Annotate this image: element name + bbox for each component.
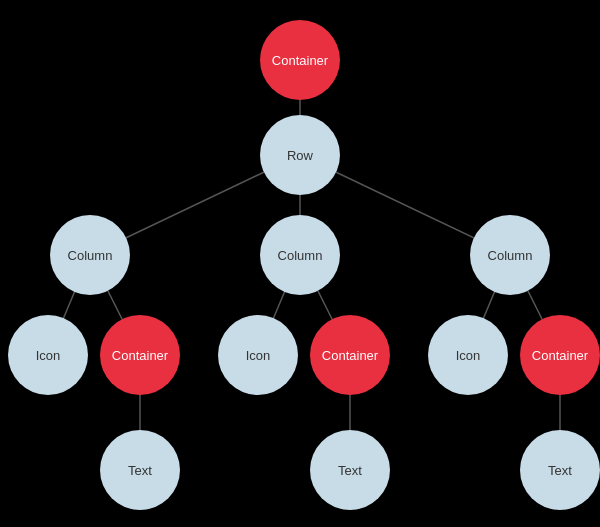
node-icon2: Icon [218,315,298,395]
node-col1: Column [50,215,130,295]
node-col3: Column [470,215,550,295]
node-icon1: Icon [8,315,88,395]
tree-diagram: ContainerRowColumnColumnColumnIconContai… [0,0,600,527]
node-row: Row [260,115,340,195]
node-cont3: Container [520,315,600,395]
node-root: Container [260,20,340,100]
node-col2: Column [260,215,340,295]
node-cont2: Container [310,315,390,395]
node-icon3: Icon [428,315,508,395]
node-text2: Text [310,430,390,510]
node-cont1: Container [100,315,180,395]
node-text3: Text [520,430,600,510]
node-text1: Text [100,430,180,510]
